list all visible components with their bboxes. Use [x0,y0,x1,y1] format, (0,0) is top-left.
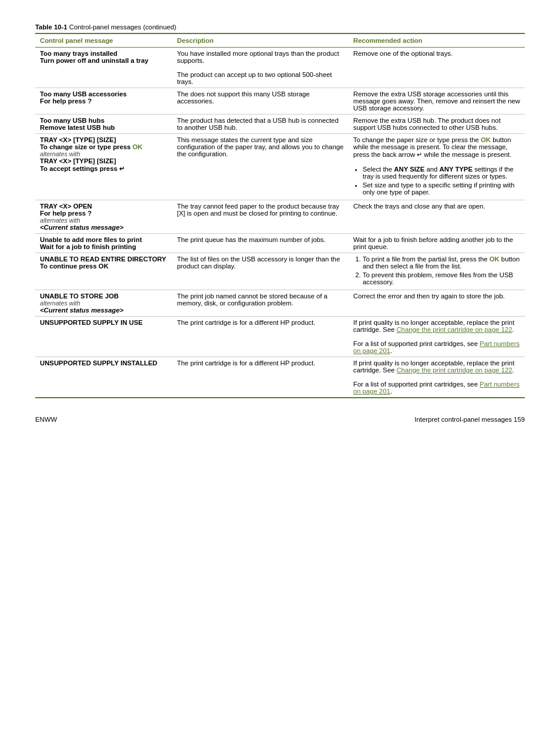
message-cell: UNABLE TO STORE JOB alternates with <Cur… [35,290,173,317]
message-line: <Current status message> [40,307,168,314]
action-cell: Remove the extra USB storage accessories… [349,88,525,115]
action-extra: For a list of supported print cartridges… [353,340,520,354]
table-title: Table 10-1 Control-panel messages (conti… [35,23,525,31]
part-numbers-link-1[interactable]: Part numbers on page 201 [353,340,519,354]
main-table: Control panel message Description Recomm… [35,33,525,398]
action-extra: For a list of supported print cartridges… [353,381,520,395]
desc-text: The product can accept up to two optiona… [177,71,344,85]
desc-text: The print cartridge is for a different H… [177,319,344,326]
desc-text: You have installed more optional trays t… [177,50,344,64]
desc-text: The list of files on the USB accessory i… [177,256,344,270]
description-cell: The tray cannot feed paper to the produc… [173,200,349,234]
action-intro: If print quality is no longer acceptable… [353,359,520,374]
col-header-message: Control panel message [35,33,173,48]
table-row: UNABLE TO STORE JOB alternates with <Cur… [35,290,525,317]
desc-text: The product has detected that a USB hub … [177,117,344,131]
table-row: UNABLE TO READ ENTIRE DIRECTORY To conti… [35,253,525,290]
table-row: Too many USB hubs Remove latest USB hub … [35,115,525,134]
message-line: TRAY <X> [TYPE] [SIZE] [40,136,168,143]
action-intro: If print quality is no longer acceptable… [353,319,520,333]
table-row: TRAY <X> [TYPE] [SIZE] To change size or… [35,134,525,200]
description-cell: This message states the current type and… [173,134,349,200]
desc-text: This message states the current type and… [177,136,344,157]
table-row: UNSUPPORTED SUPPLY INSTALLED The print c… [35,357,525,398]
table-row: Too many USB accessories For help press … [35,88,525,115]
part-numbers-link-2[interactable]: Part numbers on page 201 [353,381,519,395]
description-cell: The list of files on the USB accessory i… [173,253,349,290]
action-text: Remove one of the optional trays. [353,50,520,57]
action-cell: Remove one of the optional trays. [349,48,525,88]
table-row: TRAY <X> OPEN For help press ? alternate… [35,200,525,234]
message-line: To continue press OK [40,263,168,270]
action-bullet-list: Select the ANY SIZE and ANY TYPE setting… [363,166,520,196]
message-cell: UNSUPPORTED SUPPLY INSTALLED [35,357,173,398]
message-cell: UNABLE TO READ ENTIRE DIRECTORY To conti… [35,253,173,290]
message-line: TRAY <X> OPEN [40,203,168,210]
desc-text: The print cartridge is for a different H… [177,359,344,367]
table-row: UNSUPPORTED SUPPLY IN USE The print cart… [35,317,525,357]
message-cell: Too many trays installed Turn power off … [35,48,173,88]
message-line: For help press ? [40,210,168,217]
desc-text: The tray cannot feed paper to the produc… [177,203,344,217]
action-cell: Correct the error and then try again to … [349,290,525,317]
message-cell: TRAY <X> [TYPE] [SIZE] To change size or… [35,134,173,200]
message-line: Too many USB accessories [40,90,168,98]
description-cell: The print cartridge is for a different H… [173,317,349,357]
desc-text: The does not support this many USB stora… [177,90,344,105]
action-cell: Check the trays and close any that are o… [349,200,525,234]
change-cartridge-link-1[interactable]: Change the print cartridge on page 122 [396,326,512,333]
desc-text: The print job named cannot be stored bec… [177,293,344,307]
alternates-label: alternates with [40,217,168,224]
list-item: To prevent this problem, remove files fr… [363,271,520,285]
page-container: Table 10-1 Control-panel messages (conti… [35,23,525,423]
action-numbered-list: To print a file from the partial list, p… [363,256,520,285]
description-cell: You have installed more optional trays t… [173,48,349,88]
message-line: UNSUPPORTED SUPPLY INSTALLED [40,359,168,367]
alternates-label: alternates with [40,300,168,307]
message-line: To accept settings press ↵ [40,164,168,173]
message-line: Too many USB hubs [40,117,168,124]
change-cartridge-link-2[interactable]: Change the print cartridge on page 122 [396,367,512,374]
message-line: TRAY <X> [TYPE] [SIZE] [40,157,168,164]
message-cell: UNSUPPORTED SUPPLY IN USE [35,317,173,357]
action-text: Remove the extra USB hub. The product do… [353,117,520,131]
col-header-action: Recommended action [349,33,525,48]
message-line: UNABLE TO READ ENTIRE DIRECTORY [40,256,168,263]
message-line: UNABLE TO STORE JOB [40,293,168,300]
alternates-label: alternates with [40,150,168,157]
message-line: Remove latest USB hub [40,124,168,131]
col-header-description: Description [173,33,349,48]
message-line: Too many trays installed [40,50,168,57]
message-cell: Too many USB accessories For help press … [35,88,173,115]
message-line: UNSUPPORTED SUPPLY IN USE [40,319,168,326]
description-cell: The print cartridge is for a different H… [173,357,349,398]
action-intro: To change the paper size or type press t… [353,136,520,159]
description-cell: The print job named cannot be stored bec… [173,290,349,317]
action-text: Correct the error and then try again to … [353,293,520,300]
action-text: Remove the extra USB storage accessories… [353,90,520,112]
message-cell: TRAY <X> OPEN For help press ? alternate… [35,200,173,234]
action-text: Wait for a job to finish before adding a… [353,236,520,250]
page-footer: ENWW Interpret control-panel messages 15… [35,416,525,423]
action-text: Check the trays and close any that are o… [353,203,520,210]
list-item: Select the ANY SIZE and ANY TYPE setting… [363,166,520,180]
table-row: Too many trays installed Turn power off … [35,48,525,88]
action-cell: To print a file from the partial list, p… [349,253,525,290]
message-line: Unable to add more files to print [40,236,168,243]
footer-page-number: Interpret control-panel messages 159 [414,416,525,423]
message-line: Turn power off and uninstall a tray [40,57,168,64]
table-row: Unable to add more files to print Wait f… [35,234,525,253]
message-line: For help press ? [40,98,168,105]
description-cell: The print queue has the maximum number o… [173,234,349,253]
description-cell: The does not support this many USB stora… [173,88,349,115]
action-cell: If print quality is no longer acceptable… [349,317,525,357]
message-line: <Current status message> [40,224,168,231]
action-cell: Wait for a job to finish before adding a… [349,234,525,253]
action-cell: To change the paper size or type press t… [349,134,525,200]
desc-text: The print queue has the maximum number o… [177,236,344,243]
message-cell: Too many USB hubs Remove latest USB hub [35,115,173,134]
message-line: Wait for a job to finish printing [40,243,168,250]
message-cell: Unable to add more files to print Wait f… [35,234,173,253]
message-line: To change size or type press OK [40,143,168,150]
action-cell: Remove the extra USB hub. The product do… [349,115,525,134]
